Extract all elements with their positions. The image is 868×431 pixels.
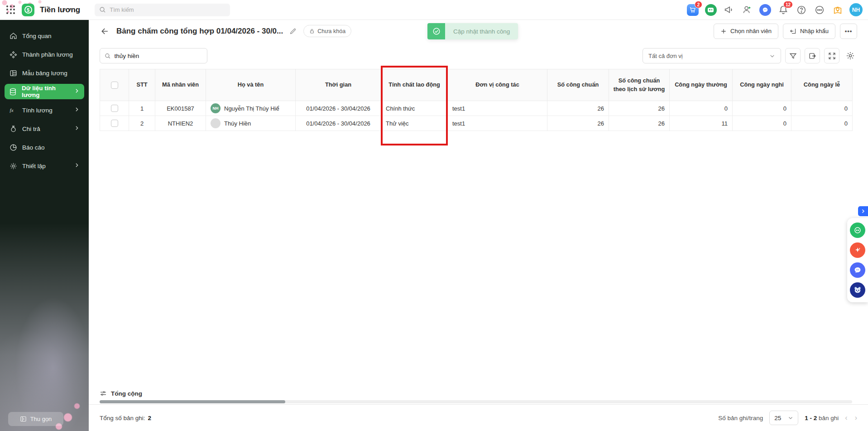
fx-icon: fx [9,106,17,114]
chevron-right-icon [860,208,866,214]
app-logo-icon[interactable]: $ [22,4,34,16]
support-chat-icon[interactable] [850,223,865,238]
row-checkbox[interactable] [111,120,118,127]
row-checkbox[interactable] [111,105,118,112]
global-search[interactable] [95,4,230,16]
sidebar-item-thiet-lap[interactable]: Thiết lập [5,158,84,174]
select-employee-button[interactable]: Chọn nhân viên [714,24,778,39]
megaphone-icon[interactable] [723,4,735,16]
global-search-input[interactable] [110,6,225,13]
cell-employee-code: EK001587 [155,101,206,116]
chat-dock [847,218,868,302]
more-apps-icon[interactable] [813,4,825,16]
fullscreen-button[interactable] [824,48,839,63]
table-row[interactable]: 2 NTHIEN2 Thúy Hiền 01/04/2026 - 30/04/2… [100,116,853,131]
table-settings-button[interactable] [844,48,857,63]
import-button[interactable]: Nhập khẩu [783,24,835,39]
export-button[interactable] [805,48,820,63]
assistant-avatar-icon[interactable] [705,4,717,16]
record-range: 1 - 2 bản ghi [805,415,839,421]
chat-dock-toggle[interactable] [858,206,868,216]
idea-lightbulb-icon[interactable] [831,4,844,16]
pagination-footer: Tổng số bản ghi: 2 Số bản ghi/trang 25 1… [89,404,868,431]
plus-icon [720,28,727,34]
panda-bot-icon[interactable] [850,282,865,298]
collapse-sidebar-button[interactable]: Thu gọn [8,412,63,426]
chevron-right-icon [74,125,80,132]
select-all-checkbox[interactable] [111,82,118,89]
lock-status-badge[interactable]: Chưa khóa [303,25,351,37]
column-header-tinh-chat-lao-dong[interactable]: Tính chất lao động [381,69,448,101]
sidebar-item-chi-tra[interactable]: Chi trả [5,121,84,136]
cart-icon[interactable]: 2 [686,4,699,16]
cell-standard-days-history: 26 [609,116,670,131]
filter-button[interactable] [785,48,801,63]
sidebar-item-du-lieu-tinh-luong[interactable]: Dữ liệu tính lương [5,84,84,99]
column-header-thoi-gian[interactable]: Thời gian [296,69,381,101]
sidebar-item-label: Thành phần lương [22,51,73,58]
cell-unit: test1 [448,101,547,116]
column-header-so-cong-chuan-lich-su[interactable]: Số công chuẩn theo lịch sử lương [609,69,670,101]
cell-holiday-days: 0 [791,101,853,116]
cart-badge: 2 [695,1,702,8]
ai-sparkle-icon[interactable] [850,242,865,258]
column-header-so-cong-chuan[interactable]: Số công chuẩn [547,69,609,101]
sidebar-nav: Tổng quan Thành phần lương Mẫu bảng lươn… [0,20,89,174]
cell-standard-days: 26 [547,116,609,131]
column-header-cong-ngay-nghi[interactable]: Công ngày nghỉ [733,69,791,101]
column-header-cong-ngay-le[interactable]: Công ngày lễ [791,69,853,101]
scrollbar-handle[interactable] [100,400,285,403]
prev-page-button[interactable]: ‹ [845,414,847,422]
cell-dayoff-days: 0 [733,101,791,116]
add-user-icon[interactable] [741,4,753,16]
column-header-ho-va-ten[interactable]: Họ và tên [206,69,296,101]
more-options-button[interactable]: ••• [840,24,857,39]
import-icon [790,28,796,34]
back-arrow-button[interactable] [100,26,110,37]
sidebar-item-bao-cao[interactable]: Báo cáo [5,140,84,155]
check-circle-icon [427,23,445,39]
sidebar-item-thanh-phan-luong[interactable]: Thành phần lương [5,47,84,62]
arrow-left-icon [101,27,110,36]
help-icon[interactable] [795,4,807,16]
column-header-don-vi-cong-tac[interactable]: Đơn vị công tác [448,69,547,101]
edit-pencil-icon[interactable] [289,28,297,35]
user-avatar[interactable]: NH [849,3,863,16]
timesheet-table: STT Mã nhân viên Họ và tên Thời gian Tín… [100,69,852,131]
next-page-button[interactable]: › [855,414,857,422]
collapse-icon [20,416,27,422]
sidebar-item-tinh-luong[interactable]: fx Tính lương [5,102,84,118]
chevron-down-icon [769,53,775,59]
chevron-right-icon [74,88,80,95]
unit-filter-value: Tất cả đơn vị [648,53,683,59]
sidebar-item-tong-quan[interactable]: Tổng quan [5,28,84,44]
unit-filter-select[interactable]: Tất cả đơn vị [643,48,781,63]
messenger-icon[interactable] [759,4,771,16]
import-label: Nhập khẩu [800,28,829,34]
notifications-bell-icon[interactable]: 12 [777,4,789,16]
employee-search-input[interactable] [115,53,203,59]
horizontal-scrollbar[interactable] [100,400,852,403]
per-page-select[interactable]: 25 [769,411,798,425]
app-window: $ Tiền lương 2 12 [0,0,868,431]
sidebar-item-label: Báo cáo [22,144,45,151]
column-header-cong-ngay-thuong[interactable]: Công ngày thường [670,69,733,101]
table-row[interactable]: 1 EK001587 NH Nguyễn Thị Thúy Hiể 01/04/… [100,101,853,116]
employee-search[interactable] [100,48,207,63]
employee-avatar: NH [211,103,221,113]
per-page-label: Số bản ghi/trang [718,415,763,421]
column-header-ma-nhan-vien[interactable]: Mã nhân viên [155,69,206,101]
app-grid-icon[interactable] [6,5,15,15]
cell-labor-type: Chính thức [381,101,448,116]
cell-stt: 1 [129,101,155,116]
gear-icon [846,51,855,60]
summary-row[interactable]: Tổng cộng [100,388,852,399]
cell-labor-type: Thử việc [381,116,448,131]
main-content: Bảng chấm công tổng hợp 01/04/2026 - 30/… [89,20,868,431]
sidebar-item-mau-bang-luong[interactable]: Mẫu bảng lương [5,65,84,81]
column-header-stt[interactable]: STT [129,69,155,101]
svg-text:fx: fx [10,107,14,113]
search-icon [105,53,111,59]
per-page-value: 25 [774,415,781,421]
message-bubble-icon[interactable] [850,262,865,278]
